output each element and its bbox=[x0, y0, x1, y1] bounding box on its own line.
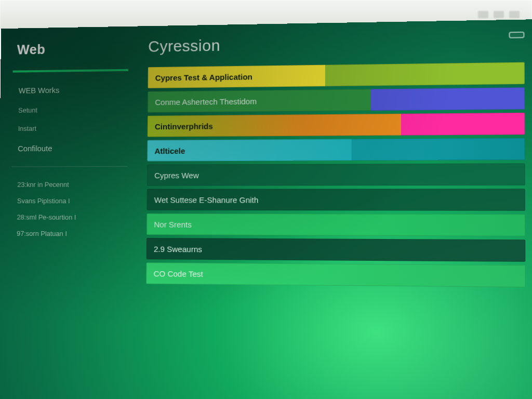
list-item[interactable]: Atlticele bbox=[147, 138, 525, 162]
sidebar-separator bbox=[11, 166, 127, 167]
list-item[interactable]: Wet Suttese E-Shanure Gnith bbox=[147, 189, 525, 211]
list-item[interactable]: 2.9 Sweaurns bbox=[147, 238, 526, 262]
brand-title: Web bbox=[17, 40, 125, 58]
list-item[interactable]: Cypres Wew bbox=[147, 163, 525, 185]
sidebar-item-instart[interactable]: Instart bbox=[16, 121, 124, 136]
topbar: Cyression bbox=[148, 32, 525, 56]
list-item-label: Atlticele bbox=[154, 146, 185, 155]
list-item-label: Cintinverphrids bbox=[155, 122, 213, 131]
sidebar-item-setunt[interactable]: Setunt bbox=[16, 102, 124, 117]
list-item[interactable]: CO Code Test bbox=[146, 262, 525, 287]
sidebar-item-web-works[interactable]: WEB Works bbox=[17, 81, 124, 99]
sidebar-item-confiloute[interactable]: Confiloute bbox=[16, 139, 124, 157]
window-controls[interactable] bbox=[478, 11, 520, 18]
sidebar-divider bbox=[12, 69, 128, 73]
window-min-icon[interactable] bbox=[478, 11, 488, 18]
list-item-label: Nor Srents bbox=[154, 220, 192, 229]
window-close-icon[interactable] bbox=[509, 11, 520, 18]
list-item[interactable]: Conme Ashertech Thestidom bbox=[148, 87, 525, 112]
sidebar-footer: 23:knr in Pecennt Svans Piplstiona I 28:… bbox=[15, 176, 123, 242]
list-item-label: Cypres Test & Application bbox=[155, 72, 252, 82]
page-title: Cyression bbox=[148, 36, 220, 56]
list-item-label: CO Code Test bbox=[154, 269, 203, 278]
header-action-button[interactable] bbox=[509, 32, 524, 38]
sidebar-footer-item-3[interactable]: 28:sml Pe-sourtion I bbox=[15, 209, 123, 225]
window-max-icon[interactable] bbox=[494, 11, 504, 18]
sidebar-footer-item-1[interactable]: 23:knr in Pecennt bbox=[15, 176, 123, 193]
main-panel: Cyression Cypres Test & Application Conm… bbox=[130, 19, 532, 399]
list-item-label: 2.9 Sweaurns bbox=[154, 244, 202, 254]
list-item-label: Conme Ashertech Thestidom bbox=[155, 97, 257, 107]
app-screen: Web WEB Works Setunt Instart Confiloute … bbox=[0, 19, 532, 399]
sidebar: Web WEB Works Setunt Instart Confiloute … bbox=[0, 26, 134, 399]
row-list: Cypres Test & Application Conme Ashertec… bbox=[146, 62, 525, 287]
sidebar-footer-item-2[interactable]: Svans Piplstiona I bbox=[15, 193, 123, 209]
list-item-label: Cypres Wew bbox=[154, 170, 199, 180]
list-item-label: Wet Suttese E-Shanure Gnith bbox=[154, 195, 259, 204]
list-item[interactable]: Cypres Test & Application bbox=[148, 62, 525, 88]
list-item[interactable]: Nor Srents bbox=[147, 214, 525, 236]
list-item[interactable]: Cintinverphrids bbox=[148, 113, 525, 137]
sidebar-footer-item-4[interactable]: 97:sorn Platuan I bbox=[15, 225, 123, 242]
